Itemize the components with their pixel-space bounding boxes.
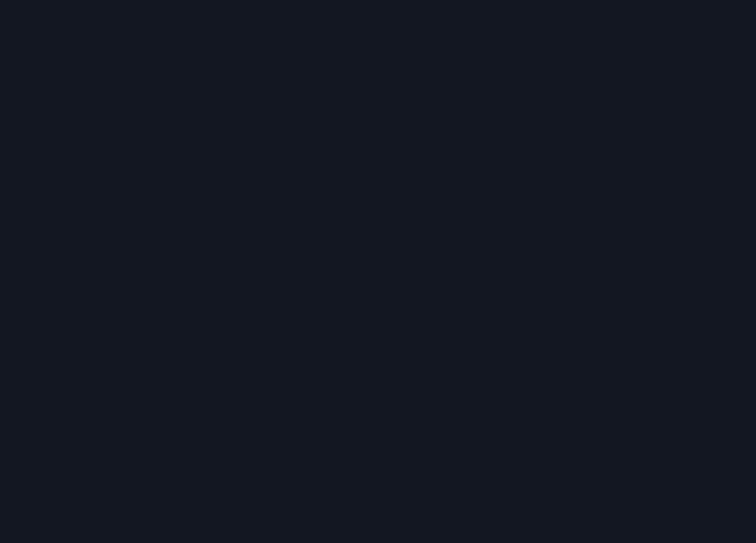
- chart-container: [0, 0, 756, 543]
- chart-canvas: [0, 0, 756, 543]
